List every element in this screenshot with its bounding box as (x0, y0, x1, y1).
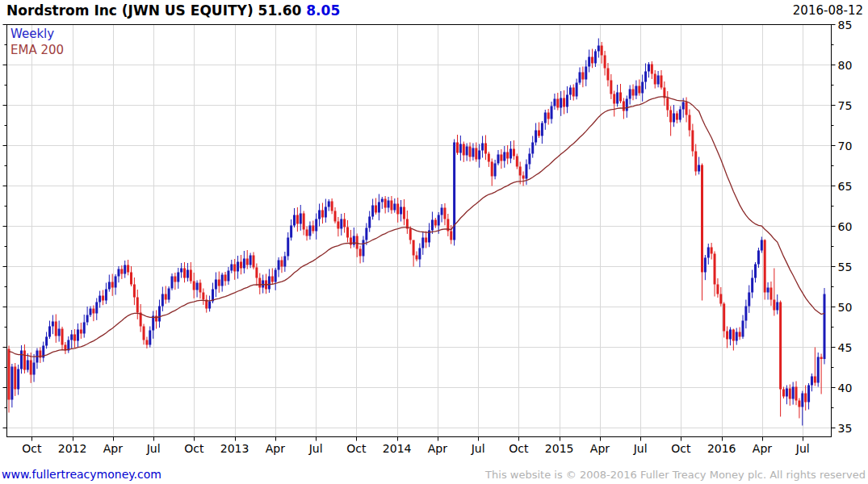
candle-body (174, 277, 176, 282)
candle-body (544, 113, 547, 123)
candle-body (682, 102, 685, 110)
candle-body (246, 259, 249, 265)
candle-body (757, 251, 760, 265)
candle-body (644, 72, 647, 82)
candle-body (500, 155, 502, 161)
candle-body (591, 57, 593, 64)
x-tick-label: 2013 (220, 442, 249, 455)
x-tick-label: Oct (346, 442, 367, 455)
candle-body (283, 257, 286, 267)
candle-body (55, 322, 57, 336)
candle-body (196, 283, 199, 290)
candle-body (275, 270, 277, 282)
candle-body (814, 377, 816, 383)
candle-body (688, 115, 690, 131)
candle-body (356, 236, 359, 249)
candle-body (673, 114, 675, 123)
candle-body (742, 321, 744, 337)
candle-body (553, 99, 556, 106)
candle-body (340, 219, 342, 229)
candle-body (143, 327, 145, 340)
candle-body (707, 248, 710, 258)
candle-body (789, 389, 791, 399)
candle-body (769, 288, 772, 300)
y-tick-label: 70 (838, 140, 853, 152)
candle-body (8, 349, 10, 400)
candle-body (598, 46, 600, 52)
copyright-text: This website is © 2008-2016 Fuller Treac… (485, 469, 866, 481)
candle-body (719, 294, 722, 304)
candle-body (396, 204, 399, 215)
candle-body (817, 357, 820, 383)
candle-body (23, 351, 26, 370)
candle-body (145, 340, 148, 345)
candle-body (459, 144, 462, 153)
candle-body (626, 99, 628, 111)
x-tick-label: 2015 (545, 442, 574, 455)
candle-body (262, 281, 264, 288)
candle-body (425, 238, 427, 243)
candle-body (651, 65, 653, 74)
candle-body (691, 131, 694, 152)
candle-body (365, 228, 367, 240)
candle-body (726, 332, 728, 340)
candle-body (488, 154, 490, 162)
candle-body (767, 288, 769, 293)
candle-body (149, 331, 151, 345)
candle-body (729, 330, 732, 340)
candle-body (478, 151, 480, 160)
candle-body (249, 256, 252, 265)
candle-body (623, 102, 625, 111)
candle-body (193, 282, 195, 290)
candle-body (660, 76, 663, 88)
candle-body (569, 88, 572, 95)
candle-body (171, 277, 174, 289)
candle-body (240, 262, 242, 269)
candle-body (280, 261, 283, 267)
candle-body (331, 202, 333, 211)
website-link[interactable]: www.fullertreacymoney.com (2, 468, 161, 481)
candle-body (594, 52, 597, 64)
candle-body (494, 164, 497, 177)
grid-lines (7, 25, 832, 437)
candle-body (764, 240, 766, 293)
x-tick-label: Apr (753, 442, 772, 455)
candle-body (227, 271, 229, 282)
y-tick-label: 85 (838, 19, 853, 31)
candle-body (400, 207, 402, 215)
x-tick-label: Apr (590, 442, 610, 455)
candle-body (237, 262, 239, 272)
candle-body (334, 211, 337, 222)
candle-body (368, 217, 371, 228)
candle-body (773, 300, 775, 311)
candle-body (551, 106, 553, 119)
x-tick-label: 2016 (707, 442, 736, 455)
candle-body (421, 238, 424, 248)
candle-body (158, 307, 161, 322)
candle-body (290, 226, 292, 238)
candle-body (538, 131, 540, 136)
candle-body (506, 152, 509, 159)
candle-body (619, 93, 622, 102)
candle-body (102, 296, 104, 301)
x-tick-label: Oct (509, 442, 529, 455)
candle-body (792, 387, 795, 399)
candle-body (535, 131, 537, 143)
candle-body (152, 316, 154, 331)
candle-body (648, 65, 650, 72)
candle-body (14, 367, 16, 390)
candle-body (676, 114, 678, 120)
candle-body (136, 298, 139, 313)
candle-body (253, 256, 255, 268)
x-tick-label: Jul (471, 442, 485, 455)
y-tick-label: 65 (838, 180, 853, 193)
candle-body (782, 390, 785, 397)
candle-body (711, 248, 713, 254)
candle-body (413, 240, 415, 256)
candle-body (491, 162, 493, 177)
candle-body (786, 389, 788, 397)
plot-border (3, 25, 836, 441)
candle-body (308, 226, 311, 236)
candle-body (739, 332, 741, 337)
candle-body (378, 202, 380, 213)
